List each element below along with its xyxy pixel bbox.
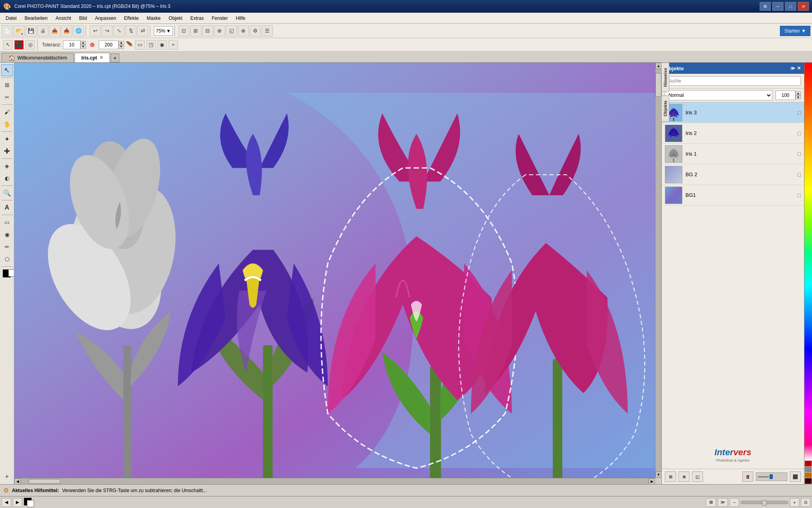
- bt-checker[interactable]: ⊞: [706, 498, 716, 507]
- merge-down-button[interactable]: ⬛: [790, 471, 801, 482]
- layer-item-iris1[interactable]: Iris 1 □: [662, 144, 804, 164]
- scroll-down-button[interactable]: ▼: [655, 471, 661, 478]
- radius-up[interactable]: ▲: [119, 41, 124, 45]
- close-button[interactable]: ✕: [798, 2, 809, 11]
- tab-iris[interactable]: Iris.cpt ✕: [75, 53, 109, 62]
- eyedropper-button[interactable]: 🔍: [1, 187, 13, 199]
- radius-input[interactable]: [99, 40, 119, 49]
- bt-next[interactable]: ▶: [13, 498, 22, 507]
- menu-objekt[interactable]: Objekt: [165, 14, 186, 23]
- new-mask-button[interactable]: ⊕: [678, 471, 689, 482]
- tab-add-button[interactable]: +: [111, 54, 119, 62]
- clone-tool-button[interactable]: ✦: [1, 133, 13, 145]
- layer-visibility-iris3[interactable]: □: [798, 110, 801, 116]
- brush-mask-button[interactable]: ◎: [25, 40, 35, 50]
- objekte-tab[interactable]: Objekte: [661, 95, 669, 121]
- export-button[interactable]: 📤: [49, 25, 60, 37]
- radius-down[interactable]: ▼: [119, 45, 124, 49]
- opacity-up[interactable]: ▲: [795, 91, 801, 95]
- minimize-button[interactable]: ─: [772, 2, 783, 11]
- open-button[interactable]: 📂▼: [13, 25, 25, 37]
- menu-fenster[interactable]: Fenster: [208, 14, 232, 23]
- menu-effekte[interactable]: Effekte: [120, 14, 143, 23]
- pen-background[interactable]: [27, 500, 34, 507]
- menu-maske[interactable]: Maske: [143, 14, 165, 23]
- color-gradient-strip[interactable]: [804, 63, 812, 460]
- save-button[interactable]: 💾: [25, 25, 36, 37]
- effect-tool-button[interactable]: ◉: [1, 229, 13, 241]
- scroll-left-button[interactable]: ◀: [14, 478, 21, 484]
- sharpen-tool-button[interactable]: ◈: [1, 160, 13, 172]
- flip-h-button[interactable]: ⇄: [137, 25, 148, 37]
- new-adjustment-button[interactable]: ◱: [692, 471, 703, 482]
- bt-prev[interactable]: ◀: [2, 498, 11, 507]
- bt-fit[interactable]: ⊡: [801, 498, 810, 507]
- layer-visibility-bg1[interactable]: □: [798, 192, 801, 198]
- add-layer-from-bg[interactable]: ⊞: [665, 471, 676, 482]
- opacity-input[interactable]: [776, 90, 795, 100]
- layer-item-bg2[interactable]: BG 2 □: [662, 164, 804, 185]
- background-color[interactable]: [8, 269, 15, 277]
- maximize-button[interactable]: □: [785, 2, 796, 11]
- horizontal-scrollbar[interactable]: ◀ ▶: [14, 478, 655, 484]
- tab-home[interactable]: 🏠 Willkommensbildschirm: [2, 53, 74, 62]
- full-screen-button[interactable]: ⊡: [178, 25, 190, 37]
- select-tool-button[interactable]: ↖: [1, 64, 13, 76]
- starten-button[interactable]: Starten ▼: [780, 26, 810, 36]
- opacity-down[interactable]: ▼: [795, 95, 801, 99]
- flip-v-button[interactable]: ⇅: [125, 25, 136, 37]
- rect-mask[interactable]: ▭: [135, 40, 145, 50]
- menu-datei[interactable]: Datei: [2, 14, 21, 23]
- layer-item-iris2[interactable]: Iris 2 □: [662, 123, 804, 144]
- feather-mask[interactable]: ◉: [157, 40, 167, 50]
- menu-hilfe[interactable]: Hilfe: [232, 14, 249, 23]
- opacity-spinner[interactable]: ▲ ▼: [795, 91, 801, 99]
- snap-button[interactable]: ⊗: [238, 25, 249, 37]
- layer-visibility-iris2[interactable]: □: [798, 130, 801, 137]
- add-mask[interactable]: +: [169, 40, 178, 50]
- undo-button[interactable]: ↩: [90, 25, 101, 37]
- color-gray[interactable]: [805, 467, 812, 472]
- scroll-h-thumb[interactable]: [29, 479, 60, 484]
- crop-view-button[interactable]: ◱: [226, 25, 237, 37]
- scroll-v-thumb[interactable]: [655, 73, 661, 97]
- layer-item-bg1[interactable]: BG1 □: [662, 185, 804, 206]
- bt-zoom-in[interactable]: +: [790, 498, 799, 507]
- menu-ansicht[interactable]: Ansicht: [52, 14, 75, 23]
- zoom-slider[interactable]: [741, 501, 788, 504]
- scroll-right-button[interactable]: ▶: [649, 478, 655, 484]
- layer-item-iris3[interactable]: Iris 3 □: [662, 102, 804, 123]
- settings-button2[interactable]: ⚙: [250, 25, 261, 37]
- add-tool-button[interactable]: +: [1, 471, 13, 483]
- color-brown[interactable]: [805, 473, 812, 478]
- mask-mode-button[interactable]: ⬛: [14, 40, 24, 50]
- zoom-dropdown[interactable]: 75% ▼: [154, 26, 173, 36]
- menu-bearbeiten[interactable]: Bearbeiten: [21, 14, 52, 23]
- bt-zoom-out[interactable]: −: [730, 498, 739, 507]
- transform-button[interactable]: ⤡: [113, 25, 124, 37]
- radius-spinner[interactable]: ▲ ▼: [119, 41, 124, 49]
- panel-expand-button[interactable]: ≫: [790, 65, 795, 71]
- polygon-tool-button[interactable]: ⬡: [1, 253, 13, 265]
- canvas-image[interactable]: [14, 63, 655, 478]
- scroll-up-button[interactable]: ▲: [655, 63, 661, 69]
- view-select-button[interactable]: ⊞: [190, 25, 201, 37]
- color-darkred[interactable]: [805, 478, 812, 484]
- redo-button[interactable]: ↪: [102, 25, 113, 37]
- color-red[interactable]: [805, 461, 812, 466]
- scroll-v-track[interactable]: [655, 69, 661, 471]
- new-button[interactable]: 📄: [2, 25, 13, 37]
- publish-button[interactable]: 🌐: [73, 25, 84, 37]
- heal-tool-button[interactable]: ✚: [1, 145, 13, 157]
- fill-tool-button[interactable]: 🖐: [1, 118, 13, 130]
- freeform-mask[interactable]: ◳: [146, 40, 156, 50]
- toleranz-input[interactable]: [63, 40, 80, 49]
- bt-arrows[interactable]: ≫: [718, 498, 728, 507]
- color-palette-strip[interactable]: [804, 63, 812, 484]
- delete-layer-button[interactable]: 🗑: [742, 471, 753, 482]
- search-input[interactable]: [665, 76, 801, 86]
- grid-button[interactable]: ⊟: [202, 25, 213, 37]
- layer-visibility-iris1[interactable]: □: [798, 151, 801, 157]
- import-button[interactable]: 📥: [61, 25, 72, 37]
- print-button[interactable]: 🖨: [37, 25, 48, 37]
